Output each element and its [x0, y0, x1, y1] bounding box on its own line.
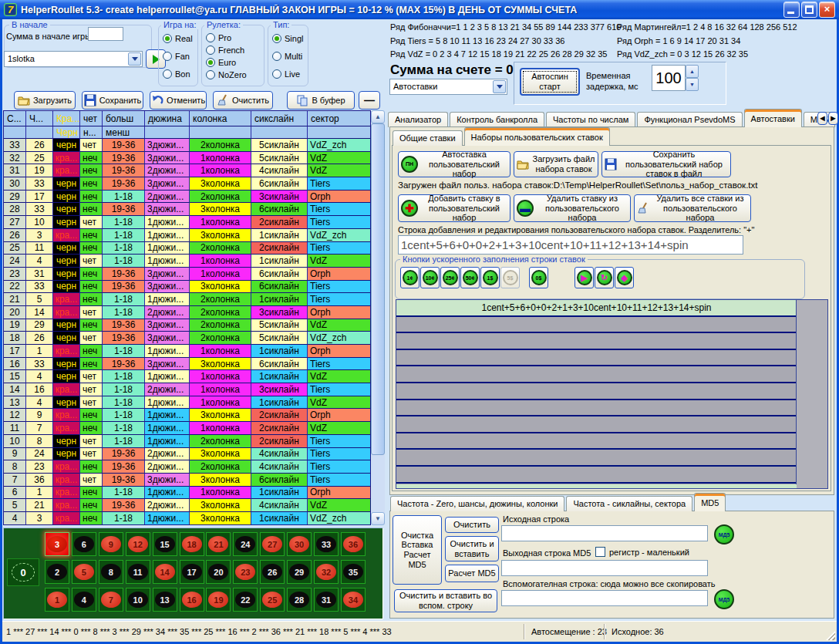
chevron-down-icon[interactable] [128, 52, 141, 66]
coin-button-1[interactable]: 10¢ [420, 267, 440, 288]
autobets-combobox[interactable]: Автоставки [389, 79, 507, 95]
radio-live[interactable]: Live [272, 69, 303, 79]
roulette-number-32[interactable]: 32 [314, 560, 339, 584]
table-row-26[interactable]: 263кра...неч1-181дюжи...3колонка1сиклайн… [4, 229, 370, 242]
roulette-number-4[interactable]: 4 [72, 588, 96, 612]
table-row-4[interactable]: 43кра...неч1-181дюжи...3колонка1сиклайнV… [4, 512, 370, 525]
roulette-number-17[interactable]: 17 [180, 560, 204, 584]
bet-list-row-8[interactable] [396, 433, 797, 450]
table-scrollbar[interactable]: ▲ ▼ [371, 110, 385, 525]
bet-list-row-1[interactable] [396, 317, 797, 334]
repeat-bet-button[interactable]: ↻ [595, 267, 614, 288]
md5-calc-source-icon[interactable]: МД5 [714, 524, 734, 545]
table-row-17[interactable]: 171кра...неч1-181дюжи...1колонка1сиклайн… [4, 345, 370, 358]
roulette-number-7[interactable]: 7 [99, 588, 123, 612]
maximize-button[interactable] [801, 2, 817, 18]
radio-euro[interactable]: Euro [206, 58, 247, 67]
scroll-down-icon[interactable]: ▼ [371, 512, 385, 525]
roulette-number-35[interactable]: 35 [341, 560, 366, 584]
bet-list-row-3[interactable] [396, 350, 797, 367]
title-bar[interactable]: 7 HelperRoullet 5.3- create helperroulle… [0, 0, 839, 19]
roulette-number-1[interactable]: 1 [45, 588, 69, 612]
table-row-23[interactable]: 2331черннеч19-363дюжи...1колонка6сиклайн… [4, 268, 370, 281]
table-row-31[interactable]: 3119кра...неч19-362дюжи...1колонка4сикла… [4, 164, 370, 177]
roulette-number-23[interactable]: 23 [233, 560, 258, 584]
table-row-28[interactable]: 2833черннеч19-363дюжи...3колонка6сиклайн… [4, 203, 370, 216]
md5-clear-button[interactable]: Очистить [445, 517, 499, 533]
preset-combobox[interactable]: 1slotka [4, 51, 143, 67]
tab-3[interactable]: Функционал PsevdoMS [637, 112, 742, 127]
table-row-27[interactable]: 2710чернчет1-181дюжи...1колонка2сиклайнT… [4, 216, 370, 229]
md5-clear-paste-calc-button[interactable]: Очистка Вставка Расчет MD5 [393, 515, 442, 585]
md5-calc-aux-icon[interactable]: МД5 [714, 589, 734, 609]
md5-aux-input[interactable] [501, 590, 708, 606]
bet-list-row-2[interactable] [396, 333, 797, 350]
spinner-down-icon[interactable]: ▼ [686, 78, 699, 91]
bet-list-row-9[interactable] [396, 450, 797, 467]
tab-4[interactable]: Автоставки [744, 109, 802, 127]
coin-button-2[interactable]: 25¢ [440, 267, 460, 288]
scrollbar-thumb[interactable] [371, 123, 385, 455]
table-row-7[interactable]: 736кра...чет19-363дюжи...3колонка6сиклай… [4, 474, 370, 487]
bottom-tab-1[interactable]: Частота - сиклайны, сектора [566, 496, 692, 511]
table-row-25[interactable]: 2511черннеч1-181дюжи...2колонка2сиклайнT… [4, 242, 370, 255]
play-bet-button[interactable]: ▶ [574, 267, 594, 288]
bet-list-row-10[interactable] [396, 467, 797, 484]
spins-table[interactable]: С...Ч...Кра...четбольшдюжинаколонкасиксл… [3, 110, 371, 525]
table-row-29[interactable]: 2917черннеч1-182дюжи...2колонка3сиклайнO… [4, 191, 370, 204]
table-row-11[interactable]: 117кра...неч1-181дюжи...1колонка2сиклайн… [4, 422, 370, 435]
bottom-tab-2[interactable]: MD5 [694, 493, 726, 511]
radio-real[interactable]: Real [163, 34, 193, 43]
tabs-scroll-left-icon[interactable]: ◄ [817, 112, 827, 125]
autospin-start-button[interactable]: Автоспин старт [520, 68, 580, 96]
clear-paste-aux-button[interactable]: Очистить и вставить во вспом. строку [394, 589, 497, 612]
coin-button-4[interactable]: 1$ [480, 267, 500, 288]
autobet-user-set-button[interactable]: ПН Автоставка пользовательский набор [398, 151, 510, 177]
roulette-number-12[interactable]: 12 [126, 532, 150, 556]
tab-0[interactable]: Анализатор [388, 112, 448, 127]
collapse-button[interactable]: — [359, 91, 380, 110]
copy-to-buffer-button[interactable]: В буфер [287, 91, 355, 110]
resize-grip[interactable] [826, 631, 835, 640]
roulette-number-5[interactable]: 5 [72, 560, 96, 584]
table-row-18[interactable]: 1826чернчет19-363дюжи...2колонка5сиклайн… [4, 332, 370, 345]
table-row-15[interactable]: 154чернчет1-181дюжи...1колонка1сиклайнVd… [4, 370, 370, 383]
roulette-number-3[interactable]: 3 [45, 532, 69, 556]
coin-button-0[interactable]: 1¢ [400, 267, 420, 288]
roulette-number-16[interactable]: 16 [180, 588, 204, 612]
roulette-number-13[interactable]: 13 [153, 588, 177, 612]
radio-bon[interactable]: Bon [163, 69, 193, 79]
save-set-file-button[interactable]: Сохранить пользовательский набор ставок … [601, 151, 731, 177]
bets-list[interactable]: 1cent+5+6+0+0+2+1+3+10cent+10+11+12+13+1… [396, 299, 828, 489]
roulette-number-19[interactable]: 19 [206, 588, 231, 612]
table-row-6[interactable]: 61кра...неч1-181дюжи...1колонка1сиклайнO… [4, 487, 370, 500]
edit-string-input[interactable] [398, 235, 743, 255]
md5-output-input[interactable] [501, 560, 708, 576]
scroll-up-icon[interactable]: ▲ [371, 110, 385, 123]
table-row-20[interactable]: 2014кра...чет1-182дюжи...2колонка3сиклай… [4, 306, 370, 319]
radio-pro[interactable]: Pro [206, 33, 247, 42]
table-row-30[interactable]: 3033черннеч19-363дюжи...3колонка6сиклайн… [4, 177, 370, 191]
roulette-number-0[interactable]: 0 [7, 558, 39, 586]
register-checkbox[interactable] [595, 547, 605, 557]
roulette-number-34[interactable]: 34 [341, 588, 366, 612]
start-sum-input[interactable] [88, 27, 123, 41]
bet-list-row-4[interactable] [396, 366, 797, 383]
inner-tab-1[interactable]: Наборы пользовательских ставок [464, 127, 610, 146]
radio-multi[interactable]: Multi [272, 52, 303, 61]
bet-list-row-7[interactable] [396, 416, 797, 433]
bet-list-row-5[interactable] [396, 383, 797, 400]
roulette-number-29[interactable]: 29 [287, 560, 312, 584]
table-row-13[interactable]: 134чернчет1-181дюжи...1колонка1сиклайнVd… [4, 396, 370, 410]
radio-nozero[interactable]: NoZero [206, 70, 247, 79]
md5-source-input[interactable] [501, 525, 708, 541]
roulette-number-21[interactable]: 21 [206, 532, 231, 556]
coin-button-6[interactable]: 0$ [529, 267, 548, 288]
roulette-number-24[interactable]: 24 [233, 532, 258, 556]
delay-value[interactable]: 100 [652, 65, 686, 91]
table-row-16[interactable]: 1633черннеч19-363дюжи...3колонка6сиклайн… [4, 358, 370, 371]
spinner-up-icon[interactable]: ▲ [686, 65, 699, 78]
roulette-number-18[interactable]: 18 [180, 532, 204, 556]
tabs-scroll-right-icon[interactable]: ► [828, 112, 838, 125]
table-row-19[interactable]: 1929черннеч19-363дюжи...2колонка5сиклайн… [4, 319, 370, 332]
